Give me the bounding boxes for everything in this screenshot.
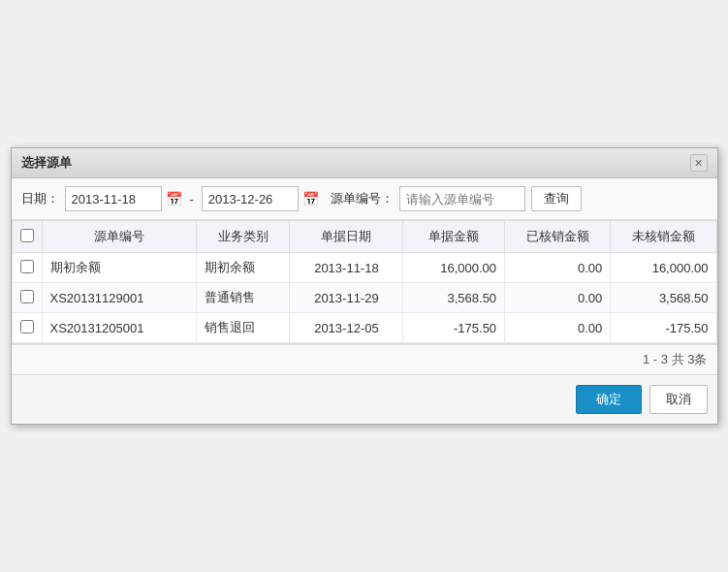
row-checkbox[interactable]: [20, 260, 34, 273]
table-header-row: 源单编号 业务类别 单据日期 单据金额 已核销金额 未核销金额: [12, 221, 716, 253]
dialog-title: 选择源单: [21, 154, 72, 172]
date-from-input[interactable]: [65, 186, 162, 211]
row-doc-amount: 16,000.00: [403, 253, 505, 283]
row-doc-date: 2013-12-05: [290, 313, 403, 343]
row-verified-amount: 0.00: [505, 283, 611, 313]
table-row: XS20131129001 普通销售 2013-11-29 3,568.50 0…: [12, 283, 716, 313]
date-to-input[interactable]: [202, 186, 299, 211]
dialog-footer: 确定 取消: [12, 374, 717, 424]
query-button[interactable]: 查询: [531, 186, 582, 211]
table-row: 期初余额 期初余额 2013-11-18 16,000.00 0.00 16,0…: [12, 253, 716, 283]
source-number-input[interactable]: [399, 186, 525, 211]
data-table: 源单编号 业务类别 单据日期 单据金额 已核销金额 未核销金额 期初余额 期初余…: [12, 220, 717, 343]
row-verified-amount: 0.00: [505, 253, 611, 283]
row-unverified-amount: 3,568.50: [611, 283, 716, 313]
select-all-checkbox[interactable]: [20, 229, 34, 242]
row-unverified-amount: -175.50: [611, 313, 716, 343]
row-doc-amount: 3,568.50: [403, 283, 505, 313]
pagination-text: 1 - 3 共 3条: [643, 351, 707, 368]
row-checkbox[interactable]: [20, 290, 34, 303]
toolbar: 日期： 📅 - 📅 源单编号： 查询: [12, 178, 717, 220]
row-doc-amount: -175.50: [403, 313, 505, 343]
row-checkbox-cell[interactable]: [12, 253, 42, 283]
row-checkbox-cell[interactable]: [12, 283, 42, 313]
row-source-number: XS20131129001: [42, 283, 196, 313]
table-row: XS20131205001 销售退回 2013-12-05 -175.50 0.…: [12, 313, 716, 343]
row-business-type: 普通销售: [196, 283, 290, 313]
close-button[interactable]: ×: [690, 154, 708, 172]
table-container: 源单编号 业务类别 单据日期 单据金额 已核销金额 未核销金额 期初余额 期初余…: [12, 220, 717, 344]
cancel-button[interactable]: 取消: [649, 385, 708, 414]
row-source-number: 期初余额: [42, 253, 196, 283]
col-header-doc-amount: 单据金额: [403, 221, 505, 253]
col-header-doc-date: 单据日期: [290, 221, 403, 253]
row-checkbox[interactable]: [20, 320, 34, 334]
confirm-button[interactable]: 确定: [576, 385, 642, 414]
row-doc-date: 2013-11-18: [290, 253, 403, 283]
pagination-bar: 1 - 3 共 3条: [12, 344, 717, 374]
row-unverified-amount: 16,000.00: [611, 253, 716, 283]
row-business-type: 销售退回: [196, 313, 290, 343]
row-verified-amount: 0.00: [505, 313, 611, 343]
col-header-unverified-amount: 未核销金额: [611, 221, 716, 253]
date-separator: -: [190, 192, 194, 207]
row-doc-date: 2013-11-29: [290, 283, 403, 313]
calendar-from-icon[interactable]: 📅: [166, 191, 182, 207]
col-header-checkbox: [12, 221, 42, 253]
dialog-container: 选择源单 × 日期： 📅 - 📅 源单编号： 查询 源单编号 业务类别 单据日期: [11, 147, 718, 425]
col-header-verified-amount: 已核销金额: [505, 221, 611, 253]
row-source-number: XS20131205001: [42, 313, 196, 343]
row-business-type: 期初余额: [196, 253, 290, 283]
dialog-titlebar: 选择源单 ×: [12, 148, 717, 178]
calendar-to-icon[interactable]: 📅: [302, 191, 319, 207]
source-number-label: 源单编号：: [331, 190, 394, 207]
date-label: 日期：: [21, 190, 59, 207]
col-header-business-type: 业务类别: [196, 221, 290, 253]
col-header-source-number: 源单编号: [42, 221, 196, 253]
row-checkbox-cell[interactable]: [12, 313, 42, 343]
